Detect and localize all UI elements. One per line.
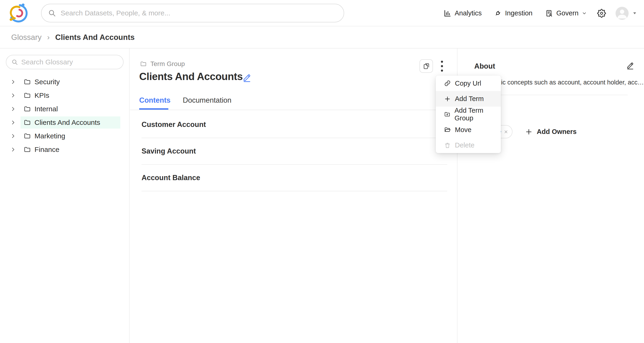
user-menu[interactable] xyxy=(616,0,637,26)
folder-icon xyxy=(24,78,31,85)
folder-icon xyxy=(140,61,147,67)
tree-item-label: Security xyxy=(34,78,60,86)
nav-govern[interactable]: Govern xyxy=(545,0,587,26)
avatar xyxy=(616,7,628,20)
menu-item-label: Move xyxy=(455,126,472,134)
ellipsis-vertical-icon xyxy=(441,61,443,63)
folder-icon xyxy=(24,119,31,126)
folder-icon xyxy=(24,106,31,113)
folder-plus-icon xyxy=(444,111,450,118)
settings-button[interactable] xyxy=(595,0,608,26)
tree-item-security: Security xyxy=(0,75,130,89)
nav-analytics[interactable]: Analytics xyxy=(444,0,482,26)
add-owners-button[interactable]: Add Owners xyxy=(525,125,576,138)
tab-label: Contents xyxy=(139,96,170,105)
glossary-search-input[interactable]: Search Glossary xyxy=(6,55,124,69)
add-owners-label: Add Owners xyxy=(537,128,576,136)
breadcrumb-current: Clients And Accounts xyxy=(55,33,134,42)
copy-icon xyxy=(422,62,430,70)
tree-item-finance: Finance xyxy=(0,143,130,156)
tab-label: Documentation xyxy=(183,96,232,105)
entity-type: Term Group xyxy=(140,60,185,68)
folder-icon xyxy=(24,92,31,99)
entity-type-label: Term Group xyxy=(150,60,185,68)
nav-ingestion-label: Ingestion xyxy=(505,9,532,17)
glossary-search-placeholder: Search Glossary xyxy=(21,58,73,66)
plus-icon xyxy=(525,128,532,136)
menu-item-add-term[interactable]: Add Term xyxy=(436,91,501,106)
search-icon xyxy=(48,9,56,17)
menu-item-label: Add Term xyxy=(455,95,484,103)
trash-icon xyxy=(444,142,451,149)
sidebar-item-security[interactable]: Security xyxy=(20,76,120,88)
search-icon xyxy=(12,59,18,65)
list-item-account-balance[interactable]: Account Balance xyxy=(142,165,447,191)
copy-button[interactable] xyxy=(420,59,433,73)
tab-bar-divider xyxy=(130,110,457,110)
chevron-right-icon[interactable] xyxy=(10,106,16,112)
menu-item-label: Copy Url xyxy=(455,80,481,87)
bar-chart-icon xyxy=(444,9,452,17)
menu-item-copy-url[interactable]: Copy Url xyxy=(436,76,501,91)
nav-ingestion[interactable]: Ingestion xyxy=(494,0,532,26)
menu-item-add-term-group[interactable]: Add Term Group xyxy=(436,107,501,122)
tab-documentation[interactable]: Documentation xyxy=(183,95,232,106)
tree-item-label: Marketing xyxy=(34,132,65,140)
term-list: Customer Account Saving Account Account … xyxy=(142,112,447,191)
close-icon[interactable] xyxy=(504,130,508,134)
audit-icon xyxy=(545,9,553,17)
chevron-down-icon xyxy=(582,11,587,16)
list-item-saving-account[interactable]: Saving Account xyxy=(142,138,447,165)
sidebar-item-finance[interactable]: Finance xyxy=(20,144,120,156)
chevron-right-icon[interactable] xyxy=(10,93,16,98)
tree-item-label: Finance xyxy=(34,146,60,154)
folder-icon xyxy=(24,133,31,140)
plug-icon xyxy=(494,9,502,17)
sidebar-item-kpis[interactable]: KPIs xyxy=(20,89,120,102)
tree-item-marketing: Marketing xyxy=(0,129,130,143)
tree-item-label: KPIs xyxy=(34,92,49,99)
more-options-button[interactable] xyxy=(437,59,446,73)
global-search-placeholder: Search Datasets, People, & more... xyxy=(60,9,170,17)
term-name: Saving Account xyxy=(142,147,196,155)
plus-icon xyxy=(444,96,451,102)
menu-item-label: Add Term Group xyxy=(454,107,501,122)
tree-item-label: Internal xyxy=(34,105,58,113)
menu-item-move[interactable]: Move xyxy=(436,122,501,137)
tab-contents[interactable]: Contents xyxy=(139,95,170,106)
sidebar-item-internal[interactable]: Internal xyxy=(20,103,120,115)
tree-item-label: Clients And Accounts xyxy=(34,119,100,126)
nav-govern-label: Govern xyxy=(556,9,578,17)
list-item-customer-account[interactable]: Customer Account xyxy=(142,112,447,138)
tree-item-kpis: KPIs xyxy=(0,89,130,102)
link-icon xyxy=(444,80,451,87)
chevron-right-icon[interactable] xyxy=(10,133,16,139)
app-root: Search Datasets, People, & more... Analy… xyxy=(0,0,644,343)
edit-description-button[interactable] xyxy=(626,62,634,70)
glossary-tree: Security KPIs Internal xyxy=(0,75,130,156)
gear-icon xyxy=(597,9,606,18)
caret-down-icon xyxy=(632,11,637,16)
datahub-logo-icon[interactable] xyxy=(8,3,28,23)
tree-item-internal: Internal xyxy=(0,102,130,116)
person-silhouette-icon xyxy=(616,7,628,20)
chevron-right-icon[interactable] xyxy=(10,147,16,152)
breadcrumb: Glossary › Clients And Accounts xyxy=(0,26,644,49)
term-name: Customer Account xyxy=(142,120,206,129)
about-heading: About xyxy=(474,62,495,71)
about-description: ic concepts such as account, account hol… xyxy=(501,79,644,86)
chevron-right-icon[interactable] xyxy=(10,79,16,85)
global-search-input[interactable]: Search Datasets, People, & more... xyxy=(41,4,344,23)
term-name: Account Balance xyxy=(142,174,200,182)
sidebar-item-marketing[interactable]: Marketing xyxy=(20,130,120,142)
sidebar-item-clients-and-accounts[interactable]: Clients And Accounts xyxy=(20,116,120,129)
breadcrumb-glossary[interactable]: Glossary xyxy=(11,33,42,42)
nav-analytics-label: Analytics xyxy=(455,9,482,17)
edit-title-button[interactable] xyxy=(242,73,251,82)
menu-item-label: Delete xyxy=(455,141,474,149)
folder-open-icon xyxy=(444,126,451,133)
menu-item-delete[interactable]: Delete xyxy=(436,138,501,153)
pencil-icon xyxy=(626,62,634,70)
chevron-right-icon[interactable] xyxy=(10,120,16,125)
context-menu: Copy Url Add Term Add Term Group Move De… xyxy=(436,76,501,153)
